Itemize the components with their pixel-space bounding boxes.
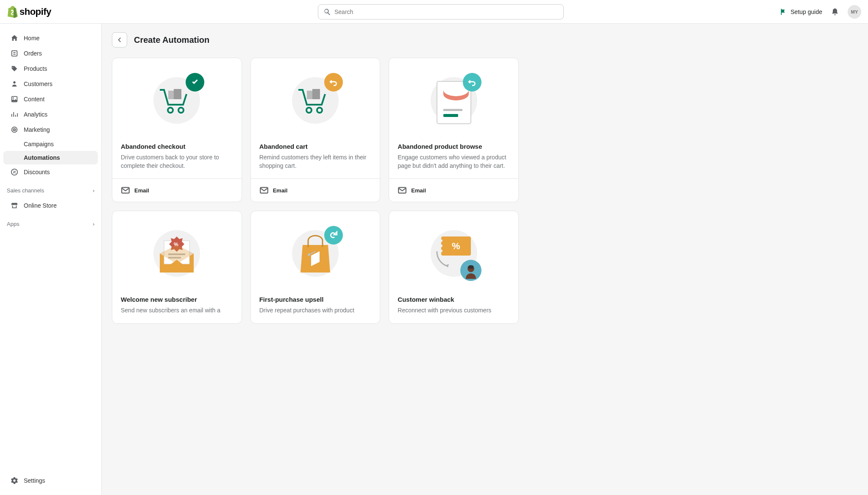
svg-point-1 bbox=[13, 81, 15, 83]
automation-cards-grid: Abandoned checkout Drive customers back … bbox=[112, 58, 519, 324]
main-content: Create Automation bbox=[102, 24, 868, 332]
svg-rect-22 bbox=[443, 114, 458, 117]
nav-orders[interactable]: Orders bbox=[3, 46, 98, 61]
orders-icon bbox=[10, 49, 19, 58]
nav-analytics[interactable]: Analytics bbox=[3, 107, 98, 122]
search-icon bbox=[323, 8, 331, 16]
home-icon bbox=[10, 34, 19, 42]
card-badge: Email bbox=[273, 187, 288, 194]
card-illustration: % bbox=[389, 211, 518, 296]
notifications-icon[interactable] bbox=[831, 8, 839, 16]
shopify-wordmark: shopify bbox=[19, 6, 51, 17]
card-illustration: % bbox=[112, 211, 242, 296]
envelope-discount-icon: % bbox=[153, 234, 200, 277]
nav-marketing[interactable]: Marketing bbox=[3, 122, 98, 137]
card-badge: Email bbox=[134, 187, 149, 194]
search-box[interactable] bbox=[318, 4, 564, 19]
svg-point-32 bbox=[440, 245, 442, 247]
svg-point-12 bbox=[168, 108, 173, 113]
svg-point-8 bbox=[13, 171, 14, 172]
cart-checkout-icon bbox=[158, 86, 192, 115]
svg-point-13 bbox=[178, 108, 184, 113]
automation-card-abandoned-browse[interactable]: Abandoned product browse Engage customer… bbox=[389, 58, 519, 202]
shopify-bag-icon bbox=[7, 6, 18, 18]
undo-badge-icon bbox=[324, 73, 343, 92]
card-desc: Drive customers back to your store to co… bbox=[121, 153, 233, 170]
card-desc: Send new subscribers an email with a bbox=[121, 306, 233, 315]
nav-campaigns[interactable]: Campaigns bbox=[3, 137, 98, 151]
page-title: Create Automation bbox=[134, 35, 209, 45]
svg-point-33 bbox=[440, 250, 442, 252]
svg-point-9 bbox=[15, 172, 16, 173]
email-icon bbox=[259, 186, 269, 195]
nav-home[interactable]: Home bbox=[3, 31, 98, 46]
nav-automations[interactable]: Automations bbox=[3, 151, 98, 164]
card-title: Abandoned checkout bbox=[121, 143, 233, 150]
svg-rect-21 bbox=[443, 109, 462, 111]
card-badge: Email bbox=[411, 187, 426, 194]
card-title: Abandoned cart bbox=[259, 143, 372, 150]
card-illustration bbox=[251, 58, 380, 143]
email-icon bbox=[121, 186, 130, 195]
products-icon bbox=[10, 64, 19, 73]
customer-avatar-icon bbox=[460, 260, 481, 281]
svg-point-18 bbox=[317, 108, 322, 113]
card-desc: Remind customers they left items in thei… bbox=[259, 153, 372, 170]
page-header: Create Automation bbox=[112, 32, 858, 47]
back-button[interactable] bbox=[112, 32, 127, 47]
setup-guide-link[interactable]: Setup guide bbox=[779, 8, 822, 16]
sidebar: Home Orders Products Customers Content A… bbox=[0, 24, 102, 332]
card-illustration bbox=[389, 58, 518, 143]
nav-discounts[interactable]: Discounts bbox=[3, 164, 98, 180]
card-desc: Drive repeat purchases with product bbox=[259, 306, 372, 315]
email-icon bbox=[398, 186, 407, 195]
chevron-right-icon: › bbox=[93, 187, 95, 194]
arrow-left-icon bbox=[116, 36, 123, 44]
nav-content[interactable]: Content bbox=[3, 92, 98, 107]
automation-card-abandoned-cart[interactable]: Abandoned cart Remind customers they lef… bbox=[250, 58, 381, 202]
cart-icon bbox=[296, 86, 330, 115]
nav-products[interactable]: Products bbox=[3, 61, 98, 76]
card-footer: Email bbox=[251, 178, 380, 202]
topbar: shopify Setup guide MY bbox=[0, 0, 868, 24]
search-input[interactable] bbox=[334, 8, 558, 15]
svg-point-6 bbox=[14, 129, 15, 130]
analytics-icon bbox=[10, 110, 19, 119]
automation-card-abandoned-checkout[interactable]: Abandoned checkout Drive customers back … bbox=[112, 58, 242, 202]
refresh-badge-icon bbox=[324, 226, 343, 245]
card-desc: Reconnect with previous customers bbox=[398, 306, 510, 315]
discounts-icon bbox=[10, 168, 19, 176]
nav-customers[interactable]: Customers bbox=[3, 76, 98, 92]
card-title: Welcome new subscriber bbox=[121, 296, 233, 303]
flag-icon bbox=[779, 8, 787, 16]
content-icon bbox=[10, 95, 19, 103]
svg-rect-11 bbox=[174, 89, 181, 99]
svg-point-17 bbox=[306, 108, 312, 113]
svg-point-31 bbox=[440, 239, 442, 242]
svg-rect-16 bbox=[312, 89, 320, 99]
shopify-logo[interactable]: shopify bbox=[7, 6, 51, 18]
undo-badge-icon bbox=[463, 73, 481, 92]
card-illustration bbox=[251, 211, 380, 296]
card-illustration bbox=[112, 58, 242, 143]
automation-card-welcome-subscriber[interactable]: % Welcome new subscriber Send new subscr… bbox=[112, 211, 242, 324]
svg-text:%: % bbox=[452, 241, 460, 251]
user-avatar[interactable]: MY bbox=[848, 5, 861, 19]
svg-rect-0 bbox=[12, 51, 17, 56]
nav-sales-channels[interactable]: Sales channels › bbox=[0, 183, 101, 198]
card-footer: Email bbox=[112, 178, 242, 202]
checkmark-badge-icon bbox=[186, 73, 204, 92]
nav-apps[interactable]: Apps › bbox=[0, 217, 101, 231]
automation-card-first-purchase-upsell[interactable]: First-purchase upsell Drive repeat purch… bbox=[250, 211, 381, 324]
card-footer: Email bbox=[389, 178, 518, 202]
card-title: Customer winback bbox=[398, 296, 510, 303]
automation-card-customer-winback[interactable]: % bbox=[389, 211, 519, 324]
marketing-icon bbox=[10, 125, 19, 134]
card-title: First-purchase upsell bbox=[259, 296, 372, 303]
customers-icon bbox=[10, 80, 19, 88]
chevron-right-icon: › bbox=[93, 221, 95, 227]
svg-point-3 bbox=[13, 97, 14, 99]
card-desc: Engage customers who viewed a product pa… bbox=[398, 153, 510, 170]
nav-online-store[interactable]: Online Store bbox=[3, 198, 98, 213]
card-title: Abandoned product browse bbox=[398, 143, 510, 150]
